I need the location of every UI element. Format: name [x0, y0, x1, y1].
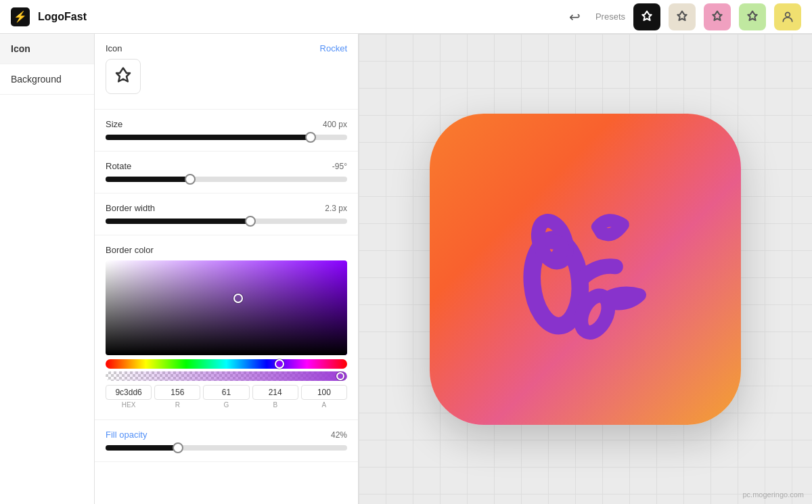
preset-button-2[interactable]: [669, 3, 696, 30]
preset-button-1[interactable]: [633, 3, 660, 30]
icon-preview[interactable]: [106, 59, 141, 94]
border-color-section: Border color HEX: [95, 235, 358, 420]
r-label: R: [175, 401, 180, 409]
g-label: G: [224, 401, 229, 409]
size-section: Size 400 px: [95, 110, 358, 152]
watermark: pc.mogeringo.com: [743, 490, 805, 499]
rotate-section: Rotate -95°: [95, 152, 358, 193]
hex-label: HEX: [122, 401, 136, 409]
icon-value[interactable]: Rocket: [320, 43, 347, 53]
b-input-box: B: [252, 385, 298, 409]
rocket-logo-icon: [477, 161, 694, 377]
preset-button-3[interactable]: [704, 3, 731, 30]
border-width-value: 2.3 px: [325, 204, 347, 213]
rotate-label: Rotate: [106, 161, 131, 171]
a-input-box: A: [301, 385, 347, 409]
undo-button[interactable]: ↩: [563, 5, 587, 29]
g-input[interactable]: [203, 385, 249, 400]
rotate-value: -95°: [332, 162, 347, 171]
icon-section: Icon Rocket: [95, 34, 358, 110]
hue-slider[interactable]: [106, 359, 347, 369]
size-value: 400 px: [323, 120, 347, 129]
color-picker-area[interactable]: [106, 260, 347, 355]
fill-opacity-label: Fill opacity: [106, 430, 147, 440]
g-input-box: G: [203, 385, 249, 409]
r-input[interactable]: [154, 385, 200, 400]
alpha-slider[interactable]: [106, 371, 347, 381]
border-width-section: Border width 2.3 px: [95, 193, 358, 235]
border-width-label: Border width: [106, 203, 155, 213]
fill-opacity-slider[interactable]: [106, 445, 347, 451]
border-width-slider[interactable]: [106, 219, 347, 224]
sidebar-item-icon[interactable]: Icon: [0, 34, 94, 64]
border-color-label: Border color: [106, 245, 154, 255]
logo-card: [430, 114, 741, 425]
size-slider[interactable]: [106, 135, 347, 140]
app-title: LogoFast: [38, 11, 87, 23]
preset-button-4[interactable]: [739, 3, 766, 30]
svg-point-0: [786, 12, 790, 17]
hex-input[interactable]: [106, 385, 152, 400]
b-label: B: [273, 401, 277, 409]
a-input[interactable]: [301, 385, 347, 400]
a-label: A: [322, 401, 327, 409]
size-label: Size: [106, 119, 122, 129]
header: ⚡ LogoFast ↩ Presets: [0, 0, 812, 34]
rotate-slider[interactable]: [106, 177, 347, 182]
canvas-area: pc.mogeringo.com: [359, 34, 812, 504]
hex-input-box: HEX: [106, 385, 152, 409]
fill-opacity-value: 42%: [331, 430, 347, 440]
logo-mark: ⚡: [11, 7, 30, 26]
b-input[interactable]: [252, 385, 298, 400]
color-values: HEX R G B A: [106, 385, 347, 409]
preset-button-5[interactable]: [774, 3, 801, 30]
fill-opacity-section: Fill opacity 42%: [95, 420, 358, 462]
r-input-box: R: [154, 385, 200, 409]
main-layout: Icon Background Icon Rocket Size 400 px: [0, 34, 812, 504]
icon-label: Icon: [106, 43, 122, 53]
presets-label: Presets: [595, 12, 625, 22]
left-nav: Icon Background: [0, 34, 95, 504]
sidebar-item-background[interactable]: Background: [0, 64, 94, 95]
properties-panel: Icon Rocket Size 400 px: [95, 34, 359, 504]
